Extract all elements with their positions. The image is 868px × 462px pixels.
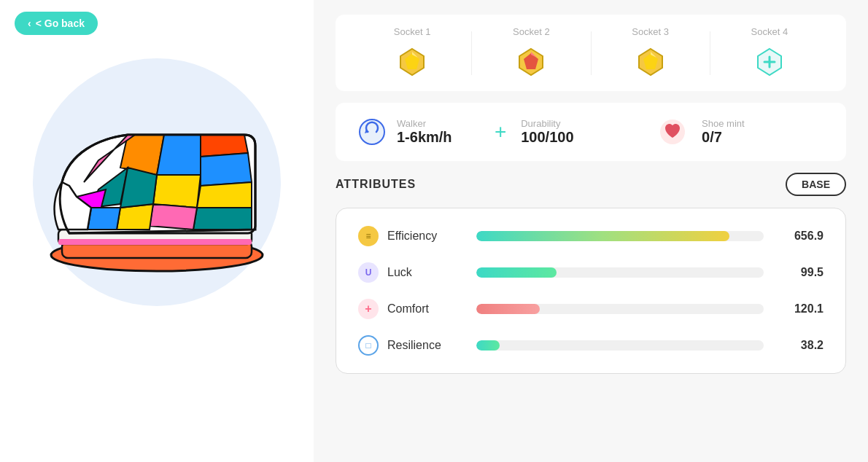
socket-4-label: Socket 4 — [751, 26, 788, 37]
durability-text: Durability 100/100 — [521, 118, 573, 146]
luck-value: 99.5 — [780, 266, 824, 279]
mint-label: Shoe mint — [702, 118, 745, 129]
svg-marker-11 — [201, 153, 252, 186]
comfort-value: 120.1 — [780, 302, 824, 316]
socket-1-label: Socket 1 — [394, 26, 431, 37]
go-back-label: < Go back — [36, 17, 85, 29]
svg-marker-14 — [150, 204, 197, 230]
luck-name: Luck — [387, 266, 460, 279]
attribute-luck: U Luck 99.5 — [358, 262, 824, 283]
svg-marker-12 — [197, 182, 252, 208]
base-button[interactable]: BASE — [786, 173, 846, 196]
svg-rect-3 — [58, 239, 252, 245]
attributes-title: ATTRIBUTES — [336, 178, 416, 191]
durability-label: Durability — [521, 118, 573, 129]
attributes-card: ≡ Efficiency 656.9 U Luck 99.5 + Comfort… — [336, 208, 846, 374]
comfort-name: Comfort — [387, 302, 460, 316]
efficiency-bar-container — [476, 231, 764, 241]
efficiency-name: Efficiency — [387, 230, 460, 243]
efficiency-value: 656.9 — [780, 230, 824, 243]
stats-row: Walker 1-6km/h + Durability 100/100 Shoe… — [336, 103, 846, 161]
svg-marker-13 — [193, 208, 252, 230]
svg-point-31 — [360, 120, 384, 144]
luck-bar — [476, 267, 557, 278]
socket-3-label: Socket 3 — [632, 26, 669, 37]
comfort-bar — [476, 304, 540, 314]
attributes-header: ATTRIBUTES BASE — [336, 173, 846, 196]
go-back-button[interactable]: ‹ < Go back — [15, 12, 98, 35]
socket-1-gem — [395, 44, 430, 79]
socket-4[interactable]: Socket 4 — [710, 26, 829, 79]
efficiency-icon: ≡ — [358, 226, 379, 246]
attribute-resilience: □ Resilience 38.2 — [358, 335, 824, 356]
left-panel: ‹ < Go back — [0, 0, 314, 462]
comfort-bar-container — [476, 304, 764, 314]
socket-2-label: Socket 2 — [513, 26, 550, 37]
resilience-icon: □ — [358, 335, 379, 356]
heart-icon — [658, 117, 687, 146]
efficiency-bar — [476, 231, 729, 241]
resilience-value: 38.2 — [780, 339, 824, 352]
comfort-icon: + — [358, 299, 379, 319]
svg-marker-17 — [120, 168, 157, 208]
durability-value: 100/100 — [521, 129, 573, 146]
luck-icon: U — [358, 262, 379, 283]
chevron-left-icon: ‹ — [28, 17, 31, 29]
socket-4-gem-add — [752, 44, 787, 79]
socket-2[interactable]: Socket 2 — [472, 26, 590, 79]
walker-value: 1-6km/h — [397, 129, 452, 146]
walker-label: Walker — [397, 118, 452, 129]
sockets-row: Socket 1 Socket 2 — [336, 15, 846, 91]
stat-durability: Durability 100/100 — [521, 118, 643, 146]
shoe-circle — [33, 58, 281, 306]
svg-marker-16 — [88, 208, 120, 230]
socket-3[interactable]: Socket 3 — [592, 26, 710, 79]
attribute-efficiency: ≡ Efficiency 656.9 — [358, 226, 824, 246]
resilience-bar-container — [476, 340, 764, 351]
mint-value: 0/7 — [702, 129, 745, 146]
shoe-image — [40, 80, 274, 284]
plus-divider: + — [495, 120, 506, 144]
resilience-bar — [476, 340, 500, 351]
walker-text: Walker 1-6km/h — [397, 118, 452, 146]
walker-icon — [357, 117, 387, 146]
stat-mint: Shoe mint 0/7 — [702, 118, 824, 146]
mint-text: Shoe mint 0/7 — [702, 118, 745, 146]
attribute-comfort: + Comfort 120.1 — [358, 299, 824, 319]
svg-marker-7 — [153, 175, 201, 208]
socket-1[interactable]: Socket 1 — [353, 26, 471, 79]
svg-marker-5 — [157, 135, 201, 175]
right-panel: Socket 1 Socket 2 — [314, 0, 868, 462]
socket-2-gem — [514, 44, 549, 79]
luck-bar-container — [476, 267, 764, 278]
stat-walker: Walker 1-6km/h — [357, 117, 480, 146]
resilience-name: Resilience — [387, 339, 460, 352]
socket-3-gem — [633, 44, 668, 79]
